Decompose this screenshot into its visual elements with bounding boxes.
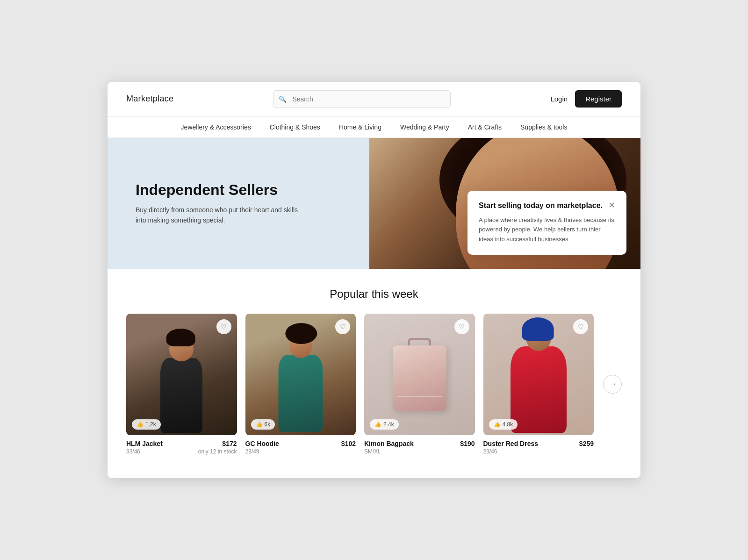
product-sub-dress: 23/46 [483,448,594,455]
register-button[interactable]: Register [575,90,622,108]
product-info-dress: Duster Red Dress $259 [483,440,594,447]
favorite-dress-button[interactable]: ♡ [573,319,588,334]
bag-visual [369,318,470,431]
nav-item-supplies[interactable]: Supplies & tools [520,123,567,131]
product-image-bag[interactable]: 👍 2.4k ♡ [364,314,475,435]
like-count-bag: 2.4k [383,421,394,428]
next-button[interactable]: → [603,375,622,394]
popup-close-button[interactable]: ✕ [608,201,615,209]
nav-bar: Jewellery & Accessories Clothing & Shoes… [108,117,640,138]
popup-body: A place where creativity lives & thrives… [479,215,615,244]
product-count-hoodie: 28/49 [245,448,259,455]
like-icon-hoodie: 👍 [256,421,263,428]
product-name-bag: Kimon Bagpack [364,440,414,447]
like-count-hoodie: 6k [265,421,271,428]
product-card-hoodie: 👍 6k ♡ GC Hoodie $102 28/49 [245,314,356,455]
popup-card: Start selling today on marketplace. ✕ A … [468,191,626,255]
product-price-bag: $190 [460,440,475,447]
favorite-hoodie-button[interactable]: ♡ [335,319,350,334]
nav-item-jewellery[interactable]: Jewellery & Accessories [181,123,251,131]
like-icon-dress: 👍 [494,421,501,428]
product-sub-bag: SM/XL [364,448,475,455]
hero-subtitle: Buy directly from someone who put their … [136,205,304,226]
product-card-jacket: 👍 1.2k ♡ HLM Jacket $172 33/46 only 12 i… [126,314,237,455]
product-card-bag: 👍 2.4k ♡ Kimon Bagpack $190 SM/XL [364,314,475,455]
product-card-dress: 👍 4.8k ♡ Duster Red Dress $259 23/46 [483,314,594,455]
favorite-jacket-button[interactable]: ♡ [216,319,231,334]
product-image-jacket[interactable]: 👍 1.2k ♡ [126,314,237,435]
hero-title: Independent Sellers [136,181,304,199]
like-count-jacket: 1.2k [145,421,156,428]
like-icon-bag: 👍 [374,421,381,428]
product-name-dress: Duster Red Dress [483,440,539,447]
nav-item-clothing[interactable]: Clothing & Shoes [270,123,320,131]
product-image-dress[interactable]: 👍 4.8k ♡ [483,314,594,435]
popup-header: Start selling today on marketplace. ✕ [479,201,615,211]
product-price-hoodie: $102 [341,440,356,447]
products-section: Popular this week [108,269,640,478]
nav-item-art[interactable]: Art & Crafts [468,123,502,131]
hero-section: Independent Sellers Buy directly from so… [108,138,640,269]
products-row: 👍 1.2k ♡ HLM Jacket $172 33/46 only 12 i… [126,314,622,455]
section-title: Popular this week [126,287,622,301]
login-button[interactable]: Login [550,95,568,103]
search-bar: 🔍 [273,90,451,108]
search-icon: 🔍 [279,95,287,103]
product-info-hoodie: GC Hoodie $102 [245,440,356,447]
product-price-dress: $259 [579,440,594,447]
logo: Marketplace [126,94,173,104]
popup-title: Start selling today on marketplace. [479,201,603,211]
header: Marketplace 🔍 Login Register [108,82,640,117]
product-price-jacket: $172 [222,440,237,447]
search-input[interactable] [273,90,451,108]
product-count-dress: 23/46 [483,448,497,455]
nav-item-home[interactable]: Home & Living [339,123,381,131]
product-like-jacket: 👍 1.2k [132,419,161,430]
nav-item-wedding[interactable]: Wedding & Party [400,123,449,131]
product-count-bag: SM/XL [364,448,381,455]
like-count-dress: 4.8k [503,421,513,428]
product-info-bag: Kimon Bagpack $190 [364,440,475,447]
product-like-dress: 👍 4.8k [489,419,518,430]
product-count-jacket: 33/46 [126,448,140,455]
products-grid: 👍 1.2k ♡ HLM Jacket $172 33/46 only 12 i… [126,314,594,455]
product-like-bag: 👍 2.4k [370,419,399,430]
header-actions: Login Register [550,90,622,108]
product-image-hoodie[interactable]: 👍 6k ♡ [245,314,356,435]
browser-window: Marketplace 🔍 Login Register Jewellery &… [108,82,640,478]
like-icon: 👍 [137,421,144,428]
product-sub-jacket: 33/46 only 12 in stock [126,448,237,455]
product-stock-jacket: only 12 in stock [198,448,237,455]
favorite-bag-button[interactable]: ♡ [454,319,469,334]
product-name-hoodie: GC Hoodie [245,440,279,447]
hero-text: Independent Sellers Buy directly from so… [108,181,332,225]
product-sub-hoodie: 28/49 [245,448,356,455]
product-name-jacket: HLM Jacket [126,440,163,447]
product-like-hoodie: 👍 6k [251,419,275,430]
product-info-jacket: HLM Jacket $172 [126,440,237,447]
